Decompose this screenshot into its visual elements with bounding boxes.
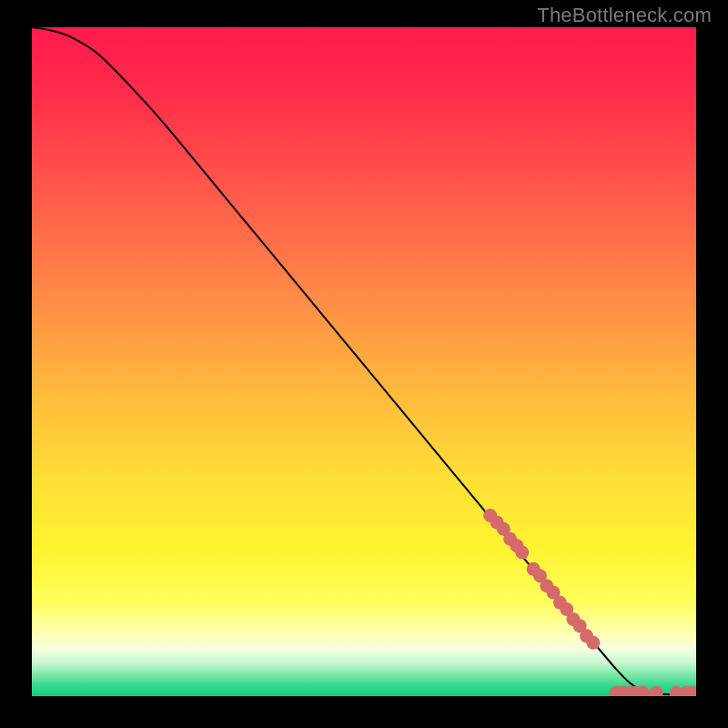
watermark-text: TheBottleneck.com (537, 4, 712, 27)
plot-area (32, 27, 696, 696)
chart-container: TheBottleneck.com (0, 0, 728, 728)
data-point (515, 545, 529, 559)
data-point (586, 636, 600, 650)
chart-svg (32, 27, 696, 696)
chart-background (32, 27, 696, 696)
